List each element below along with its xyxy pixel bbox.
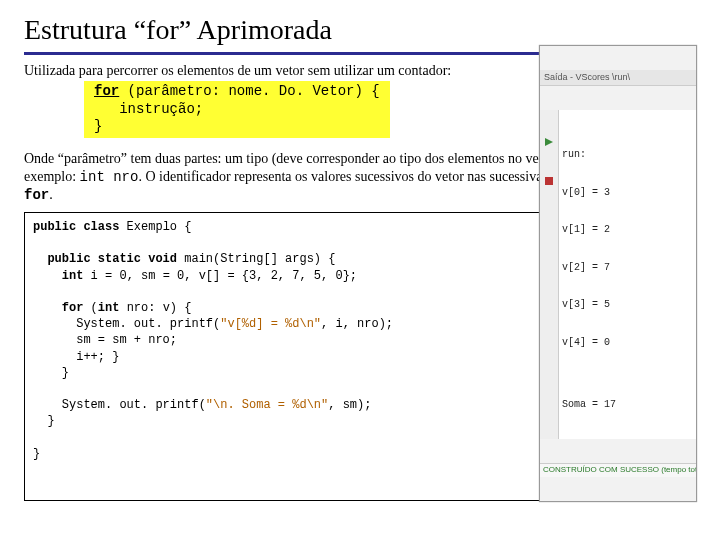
syntax-line1: (parâmetro: nome. Do. Vetor) { xyxy=(119,83,379,99)
code-kw: int xyxy=(33,269,83,283)
code-text: sm = sm + nro; xyxy=(33,333,177,347)
code-string: "\n. Soma = %d\n" xyxy=(206,398,328,412)
output-success: CONSTRUÍDO COM SUCESSO (tempo total: 0 s… xyxy=(540,463,696,477)
svg-rect-1 xyxy=(545,177,553,185)
output-line: v[4] = 0 xyxy=(562,337,694,350)
code-text: main(String[] args) { xyxy=(177,252,335,266)
output-body: run: v[0] = 3 v[1] = 2 v[2] = 7 v[3] = 5… xyxy=(540,110,696,439)
code-text: , i, nro); xyxy=(321,317,393,331)
output-line: v[3] = 5 xyxy=(562,299,694,312)
syntax-box: for (parâmetro: nome. Do. Vetor) { instr… xyxy=(84,81,390,138)
code-text: Exemplo { xyxy=(119,220,191,234)
code-kw: public class xyxy=(33,220,119,234)
output-title: Saída - VScores \run\ xyxy=(540,70,696,85)
run-icon xyxy=(544,137,554,147)
stop-icon xyxy=(544,176,554,186)
para-text-3: . xyxy=(49,187,53,202)
code-text: i++; } xyxy=(33,350,119,364)
code-kw: public static void xyxy=(33,252,177,266)
code-text: System. out. printf( xyxy=(33,398,206,412)
slide: Estrutura “for” Aprimorada Utilizada par… xyxy=(0,0,720,501)
output-panel: Saída - VScores \run\ run: v[0] = 3 v[1]… xyxy=(539,45,697,502)
output-line: v[1] = 2 xyxy=(562,224,694,237)
code-text: } xyxy=(33,414,55,428)
code-text: nro: v) { xyxy=(119,301,191,315)
svg-marker-0 xyxy=(545,138,553,146)
inline-code-for: for xyxy=(24,187,49,203)
code-text: , sm); xyxy=(328,398,371,412)
syntax-line3: } xyxy=(94,118,102,134)
syntax-line2: instrução; xyxy=(94,101,203,117)
output-run-label: run: xyxy=(562,149,694,162)
code-text: i = 0, sm = 0, v[] = {3, 2, 7, 5, 0}; xyxy=(83,269,357,283)
output-gutter xyxy=(540,110,559,439)
for-keyword: for xyxy=(94,83,119,99)
code-kw: for xyxy=(33,301,83,315)
code-kw: int xyxy=(98,301,120,315)
code-string: "v[%d] = %d\n" xyxy=(220,317,321,331)
code-text: } xyxy=(33,447,40,461)
code-example: public class Exemplo { public static voi… xyxy=(24,212,696,501)
code-text: System. out. printf( xyxy=(33,317,220,331)
output-line: Soma = 17 xyxy=(562,399,694,412)
output-line: v[2] = 7 xyxy=(562,262,694,275)
code-text: ( xyxy=(83,301,97,315)
output-line: v[0] = 3 xyxy=(562,187,694,200)
code-text: } xyxy=(33,366,69,380)
inline-code-int-nro: int nro xyxy=(80,169,139,185)
